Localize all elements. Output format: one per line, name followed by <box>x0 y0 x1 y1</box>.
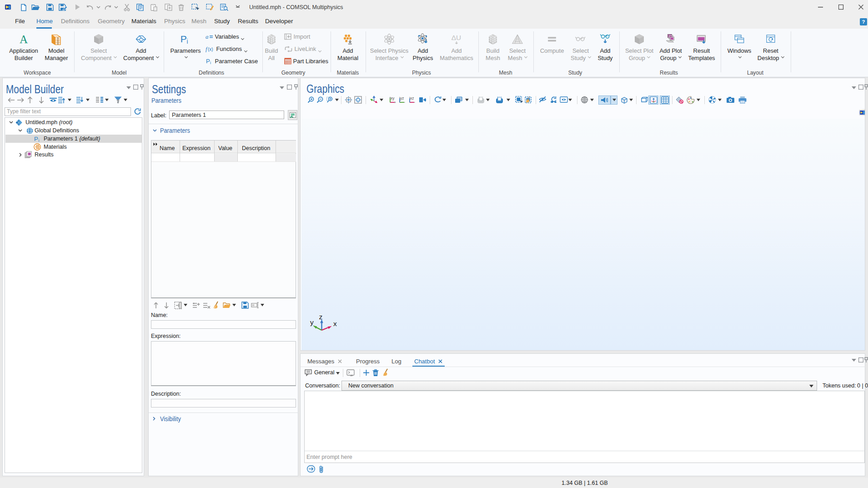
svg-text:a: a <box>206 33 209 40</box>
svg-text:i: i <box>210 60 211 65</box>
svg-text:x: x <box>333 320 337 327</box>
svg-text:P: P <box>206 58 210 65</box>
svg-text:i: i <box>38 138 39 142</box>
svg-text:yz: yz <box>400 96 404 101</box>
svg-text:(x): (x) <box>208 47 213 52</box>
svg-text:A: A <box>20 33 28 45</box>
svg-text:ΔU: ΔU <box>452 34 461 41</box>
svg-text:i: i <box>186 38 188 45</box>
svg-text:z: z <box>319 313 323 321</box>
svg-text:P: P <box>181 34 187 44</box>
svg-text:y: y <box>310 318 314 326</box>
svg-text:xz: xz <box>410 96 414 101</box>
svg-text:P: P <box>34 136 38 142</box>
svg-text:xy: xy <box>391 96 395 101</box>
